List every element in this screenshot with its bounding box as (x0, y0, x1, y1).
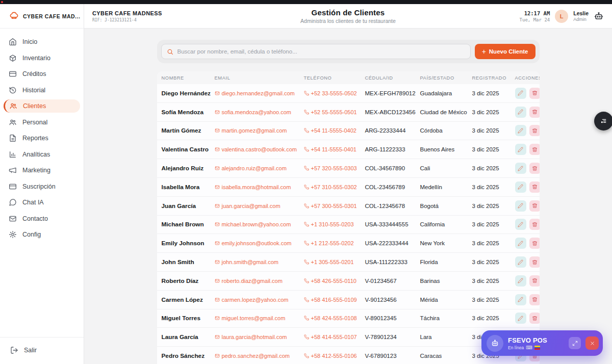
sidebar-item-reportes[interactable]: Reportes (4, 132, 80, 145)
widget-expand-button[interactable] (569, 337, 581, 349)
edit-client-button[interactable] (515, 256, 526, 268)
client-phone-link[interactable]: +57 310-555-0302 (304, 184, 365, 190)
sidebar-item-salir[interactable]: Salir (5, 344, 79, 357)
client-phone-link[interactable]: +58 416-555-0109 (304, 297, 365, 303)
client-email-link[interactable]: valentina.castro@outlook.com (215, 146, 304, 152)
table-row[interactable]: Emily Johnson emily.johnson@outlook.com … (157, 234, 540, 253)
client-phone-link[interactable]: +58 424-555-0108 (304, 315, 365, 321)
sidebar-item-label: Créditos (22, 70, 46, 77)
table-row[interactable]: Martín Gómez martin.gomez@gmail.com +54 … (157, 122, 540, 141)
table-row[interactable]: Sofía Mendoza sofia.mendoza@yahoo.com +5… (157, 103, 540, 122)
sidebar-item-creditos[interactable]: Créditos (4, 67, 80, 81)
delete-client-button[interactable] (529, 144, 540, 155)
client-email-link[interactable]: michael.brown@yahoo.com (215, 221, 304, 227)
fsevo-pos-widget[interactable]: FSEVO POS En línea ⌨ (481, 330, 603, 356)
search-input[interactable] (177, 48, 465, 55)
sidebar-item-historial[interactable]: Historial (4, 84, 80, 97)
client-email-link[interactable]: martin.gomez@gmail.com (215, 127, 304, 134)
table-row[interactable]: Alejandro Ruiz alejandro.ruiz@gmail.com … (157, 159, 540, 178)
mail-icon (215, 147, 220, 152)
client-id: COL-12345678 (365, 203, 420, 209)
avatar[interactable]: L (555, 10, 568, 23)
delete-client-button[interactable] (529, 238, 540, 249)
client-email-link[interactable]: laura.garcia@hotmail.com (215, 334, 304, 340)
client-phone-link[interactable]: +1 310-555-0203 (304, 221, 365, 227)
client-email-link[interactable]: john.smith@gmail.com (215, 259, 304, 265)
client-email-link[interactable]: isabella.mora@hotmail.com (215, 184, 304, 190)
table-row[interactable]: Roberto Díaz roberto.diaz@gmail.com +58 … (157, 272, 540, 291)
sidebar-item-clientes[interactable]: Clientes (4, 99, 80, 113)
sidebar-item-inicio[interactable]: Inicio (4, 35, 80, 48)
floating-menu-button[interactable] (594, 112, 612, 131)
widget-close-button[interactable] (585, 336, 599, 350)
client-name: Alejandro Ruiz (162, 165, 215, 172)
client-email-link[interactable]: miguel.torres@gmail.com (215, 315, 304, 321)
delete-client-button[interactable] (529, 88, 540, 99)
sidebar-item-suscripcion[interactable]: Suscripción (4, 180, 80, 193)
delete-client-button[interactable] (529, 181, 540, 193)
table-row[interactable]: Diego Hernández diego.hernandez@gmail.co… (157, 84, 540, 103)
client-email-link[interactable]: alejandro.ruiz@gmail.com (215, 165, 304, 171)
table-row[interactable]: Carmen López carmen.lopez@yahoo.com +58 … (157, 291, 540, 309)
sidebar-item-chat-ia[interactable]: Chat IA (4, 196, 80, 209)
client-phone-link[interactable]: +57 300-555-0301 (304, 203, 365, 209)
delete-client-button[interactable] (529, 163, 540, 174)
delete-client-button[interactable] (529, 200, 540, 212)
client-email-link[interactable]: diego.hernandez@gmail.com (215, 90, 304, 96)
edit-client-button[interactable] (515, 107, 526, 118)
edit-client-button[interactable] (515, 238, 526, 249)
clock-time: 12:17 AM (520, 10, 550, 16)
edit-client-button[interactable] (515, 275, 526, 287)
sidebar-item-config[interactable]: Config (4, 228, 80, 241)
client-email-link[interactable]: emily.johnson@outlook.com (215, 240, 304, 246)
client-phone-link[interactable]: +54 11-5555-0402 (304, 127, 365, 134)
sidebar-item-contacto[interactable]: Contacto (4, 212, 80, 225)
edit-client-button[interactable] (515, 163, 526, 174)
edit-client-button[interactable] (515, 219, 526, 230)
client-email-link[interactable]: carmen.lopez@yahoo.com (215, 297, 304, 303)
client-email-link[interactable]: juan.garcia@gmail.com (215, 203, 304, 209)
client-phone-link[interactable]: +58 426-555-0110 (304, 278, 365, 284)
edit-client-button[interactable] (515, 200, 526, 212)
delete-client-button[interactable] (529, 294, 540, 305)
edit-client-button[interactable] (515, 294, 526, 305)
delete-client-button[interactable] (529, 107, 540, 118)
edit-client-button[interactable] (515, 313, 526, 324)
table-row[interactable]: Michael Brown michael.brown@yahoo.com +1… (157, 216, 540, 235)
edit-client-button[interactable] (515, 144, 526, 155)
table-header-row: NOMBRE EMAIL TELÉFONO CÉDULA/ID PAÍS/EST… (157, 71, 540, 84)
table-row[interactable]: Isabella Mora isabella.mora@hotmail.com … (157, 178, 540, 197)
edit-client-button[interactable] (515, 181, 526, 193)
sidebar-item-inventario[interactable]: Inventario (4, 51, 80, 65)
table-row[interactable]: John Smith john.smith@gmail.com +1 305-5… (157, 253, 540, 272)
assistant-button[interactable] (594, 11, 604, 21)
client-email-link[interactable]: roberto.diaz@gmail.com (215, 278, 304, 284)
sidebar-item-personal[interactable]: Personal (4, 116, 80, 129)
client-phone-link[interactable]: +54 11-5555-0401 (304, 146, 365, 152)
client-phone-link[interactable]: +52 55-5555-0501 (304, 109, 365, 115)
delete-client-button[interactable] (529, 313, 540, 324)
table-row[interactable]: Juan García juan.garcia@gmail.com +57 30… (157, 197, 540, 216)
trash-icon (532, 203, 538, 209)
table-row[interactable]: Valentina Castro valentina.castro@outloo… (157, 140, 540, 159)
client-phone-link[interactable]: +1 212-555-0202 (304, 240, 365, 246)
trash-icon (532, 259, 538, 265)
delete-client-button[interactable] (529, 275, 540, 287)
table-row[interactable]: Miguel Torres miguel.torres@gmail.com +5… (157, 309, 540, 328)
phone-icon (304, 353, 309, 358)
delete-client-button[interactable] (529, 125, 540, 136)
client-phone-link[interactable]: +52 33-5555-0502 (304, 90, 365, 96)
edit-client-button[interactable] (515, 88, 526, 99)
sidebar-item-analiticas[interactable]: Analíticas (4, 148, 80, 161)
sidebar-item-marketing[interactable]: Marketing (4, 164, 80, 177)
client-phone-link[interactable]: +58 412-555-0106 (304, 353, 365, 359)
client-phone-link[interactable]: +58 414-555-0107 (304, 334, 365, 340)
new-client-button[interactable]: + Nuevo Cliente (475, 44, 536, 59)
client-email-link[interactable]: pedro.sanchez@gmail.com (215, 353, 304, 359)
client-phone-link[interactable]: +57 320-555-0303 (304, 165, 365, 171)
delete-client-button[interactable] (529, 256, 540, 268)
edit-client-button[interactable] (515, 125, 526, 136)
client-phone-link[interactable]: +1 305-555-0201 (304, 259, 365, 265)
delete-client-button[interactable] (529, 219, 540, 230)
client-email-link[interactable]: sofia.mendoza@yahoo.com (215, 109, 304, 115)
